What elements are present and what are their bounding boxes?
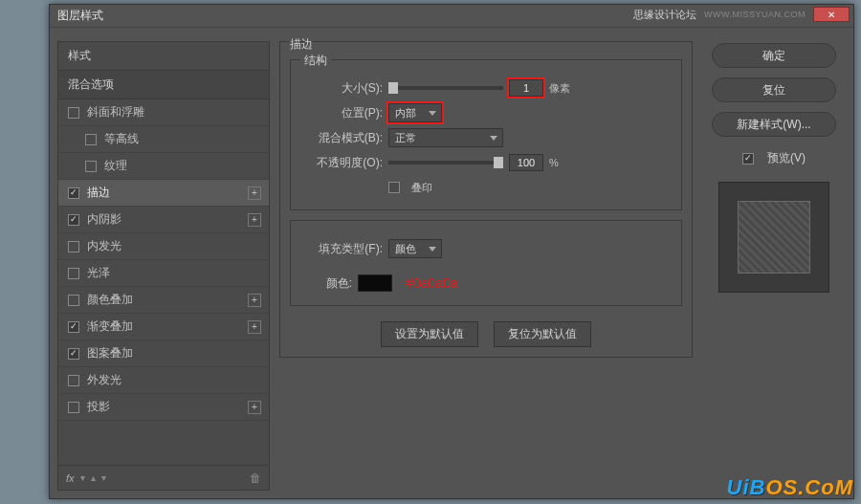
style-item[interactable]: 渐变叠加+ bbox=[58, 314, 269, 340]
opacity-label: 不透明度(O): bbox=[304, 155, 383, 171]
filltype-dropdown[interactable]: 颜色 bbox=[388, 239, 442, 258]
position-dropdown[interactable]: 内部 bbox=[388, 103, 442, 122]
checkbox-icon[interactable] bbox=[68, 348, 79, 360]
structure-title: 结构 bbox=[300, 53, 331, 69]
checkbox-icon[interactable] bbox=[68, 241, 79, 252]
stroke-group: 描边 结构 大小(S): 像素 位置(P): 内部 混合模式(B): bbox=[279, 41, 693, 358]
size-label: 大小(S): bbox=[304, 80, 383, 97]
style-item-label: 纹理 bbox=[104, 158, 127, 174]
style-item[interactable]: 内阴影+ bbox=[58, 207, 269, 233]
opacity-unit: % bbox=[549, 157, 559, 168]
checkbox-icon[interactable] bbox=[68, 402, 79, 413]
color-hex: #0a0a0a bbox=[406, 275, 458, 291]
blend-value: 正常 bbox=[395, 131, 416, 145]
titlebar-right: 思缘设计论坛 WWW.MISSYUAN.COM ✕ bbox=[633, 7, 850, 22]
structure-group: 结构 大小(S): 像素 位置(P): 内部 混合模式(B): 正常 bbox=[290, 59, 682, 210]
size-unit: 像素 bbox=[549, 81, 570, 96]
checkbox-icon[interactable] bbox=[85, 134, 97, 145]
checkbox-icon[interactable] bbox=[85, 161, 97, 172]
style-item-label: 图案叠加 bbox=[87, 345, 133, 362]
options-panel: 描边 结构 大小(S): 像素 位置(P): 内部 混合模式(B): bbox=[279, 41, 693, 491]
overprint-row: 叠印 bbox=[304, 175, 668, 200]
style-item-label: 投影 bbox=[87, 399, 110, 415]
add-effect-icon[interactable]: + bbox=[248, 186, 261, 200]
brand-url: WWW.MISSYUAN.COM bbox=[704, 10, 806, 19]
style-item[interactable]: 描边+ bbox=[58, 180, 269, 207]
size-input[interactable] bbox=[509, 79, 543, 97]
close-button[interactable]: ✕ bbox=[813, 7, 850, 22]
style-item[interactable]: 颜色叠加+ bbox=[58, 287, 269, 314]
add-effect-icon[interactable]: + bbox=[248, 213, 261, 227]
preview-swatch bbox=[738, 201, 810, 274]
stroke-title: 描边 bbox=[290, 36, 313, 53]
trash-icon[interactable]: 🗑 bbox=[250, 471, 261, 485]
style-item[interactable]: 内发光 bbox=[58, 233, 269, 260]
style-item-label: 内阴影 bbox=[87, 211, 121, 228]
action-panel: 确定 复位 新建样式(W)... 预览(V) bbox=[702, 41, 846, 491]
opacity-input[interactable] bbox=[509, 154, 543, 171]
style-item[interactable]: 斜面和浮雕 bbox=[58, 99, 269, 126]
dialog-body: 样式 混合选项 斜面和浮雕等高线纹理描边+内阴影+内发光光泽颜色叠加+渐变叠加+… bbox=[50, 33, 853, 498]
checkbox-icon bbox=[742, 153, 754, 164]
brand-text: 思缘设计论坛 bbox=[633, 8, 696, 22]
style-item-label: 颜色叠加 bbox=[87, 292, 133, 308]
preview-label: 预览(V) bbox=[767, 150, 806, 166]
filltype-label: 填充类型(F): bbox=[304, 241, 383, 257]
new-style-button[interactable]: 新建样式(W)... bbox=[712, 112, 836, 137]
opacity-row: 不透明度(O): % bbox=[304, 150, 668, 175]
opacity-slider[interactable] bbox=[388, 161, 503, 164]
style-item-label: 外发光 bbox=[87, 372, 121, 388]
style-item[interactable]: 外发光 bbox=[58, 367, 269, 394]
overprint-label: 叠印 bbox=[411, 181, 432, 195]
watermark: UiBOS.CoM bbox=[727, 475, 853, 500]
checkbox-icon[interactable] bbox=[68, 214, 79, 226]
overprint-checkbox[interactable]: 叠印 bbox=[388, 181, 432, 195]
add-effect-icon[interactable]: + bbox=[248, 320, 261, 334]
checkbox-icon[interactable] bbox=[68, 321, 79, 333]
checkbox-icon[interactable] bbox=[68, 107, 79, 119]
styles-panel: 样式 混合选项 斜面和浮雕等高线纹理描边+内阴影+内发光光泽颜色叠加+渐变叠加+… bbox=[57, 41, 270, 491]
style-item[interactable]: 光泽 bbox=[58, 260, 269, 287]
position-value: 内部 bbox=[395, 106, 416, 121]
reset-default-button[interactable]: 复位为默认值 bbox=[494, 321, 591, 347]
style-item[interactable]: 投影+ bbox=[58, 394, 269, 421]
arrow-up-icon[interactable]: ▴ bbox=[91, 472, 96, 483]
styles-box: 样式 混合选项 斜面和浮雕等高线纹理描边+内阴影+内发光光泽颜色叠加+渐变叠加+… bbox=[57, 41, 270, 491]
titlebar: 图层样式 思缘设计论坛 WWW.MISSYUAN.COM ✕ bbox=[50, 5, 853, 28]
ok-button[interactable]: 确定 bbox=[712, 43, 836, 68]
checkbox-icon[interactable] bbox=[68, 187, 79, 199]
filltype-row: 填充类型(F): 颜色 bbox=[304, 236, 668, 261]
add-effect-icon[interactable]: + bbox=[248, 401, 261, 414]
style-item-label: 描边 bbox=[87, 185, 110, 201]
window-title: 图层样式 bbox=[57, 8, 103, 24]
filltype-value: 颜色 bbox=[395, 242, 416, 256]
blend-options[interactable]: 混合选项 bbox=[58, 71, 269, 99]
style-item[interactable]: 图案叠加 bbox=[58, 340, 269, 367]
color-swatch[interactable] bbox=[358, 274, 392, 292]
blend-row: 混合模式(B): 正常 bbox=[304, 125, 668, 150]
fill-group: 填充类型(F): 颜色 颜色: #0a0a0a bbox=[290, 220, 682, 306]
arrow-down-icon[interactable]: ▾ bbox=[80, 472, 85, 483]
style-item[interactable]: 纹理 bbox=[58, 153, 269, 180]
cancel-button[interactable]: 复位 bbox=[712, 77, 836, 102]
style-item-label: 等高线 bbox=[104, 131, 139, 147]
add-effect-icon[interactable]: + bbox=[248, 294, 261, 307]
checkbox-icon[interactable] bbox=[68, 295, 79, 306]
color-row: 颜色: #0a0a0a bbox=[304, 271, 668, 296]
checkbox-icon[interactable] bbox=[68, 268, 79, 279]
checkbox-icon[interactable] bbox=[68, 375, 79, 386]
fx-label[interactable]: fx bbox=[66, 472, 75, 484]
arrow-down2-icon[interactable]: ▾ bbox=[101, 472, 106, 483]
default-buttons: 设置为默认值 复位为默认值 bbox=[290, 321, 682, 347]
preview-checkbox[interactable]: 预览(V) bbox=[742, 150, 806, 166]
set-default-button[interactable]: 设置为默认值 bbox=[381, 321, 478, 347]
style-list: 斜面和浮雕等高线纹理描边+内阴影+内发光光泽颜色叠加+渐变叠加+图案叠加外发光投… bbox=[58, 99, 269, 465]
style-item-label: 光泽 bbox=[87, 265, 110, 281]
size-slider[interactable] bbox=[388, 86, 503, 90]
style-item-label: 内发光 bbox=[87, 238, 121, 254]
style-item[interactable]: 等高线 bbox=[58, 126, 269, 153]
styles-footer: fx ▾ ▴ ▾ 🗑 bbox=[58, 465, 269, 490]
position-row: 位置(P): 内部 bbox=[304, 100, 668, 125]
layer-style-dialog: 图层样式 思缘设计论坛 WWW.MISSYUAN.COM ✕ 样式 混合选项 斜… bbox=[49, 4, 854, 499]
blend-dropdown[interactable]: 正常 bbox=[388, 128, 503, 147]
